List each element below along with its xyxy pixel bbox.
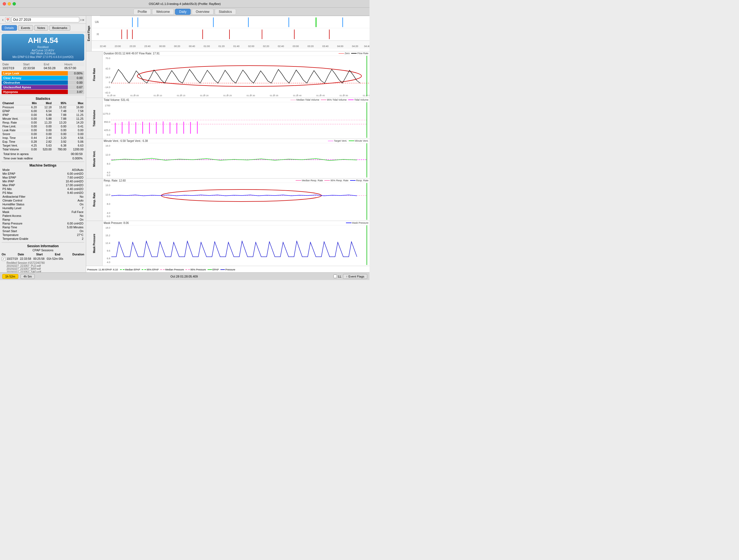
svg-rect-52 — [197, 122, 198, 134]
mask-pressure-header: Mask Pressure: 8.06 Mask Pressure — [103, 221, 370, 225]
titlebar: OSCAR v1.1.0-testing-4 (a8dc05c3) (Profi… — [0, 0, 370, 8]
machine-row-ps-max: PS Max9.40 cmH2O — [2, 191, 84, 195]
ll-checkbox-area: LL — [333, 274, 341, 278]
col-start: Start — [36, 253, 43, 256]
machine-row-min-epap: Min EPAP6.00 cmH2O — [2, 172, 84, 176]
target-vent-line — [328, 141, 333, 141]
svg-text:1275.0: 1275.0 — [103, 113, 110, 115]
nav-tab-welcome[interactable]: Welcome — [152, 9, 174, 15]
svg-text:8.0: 8.0 — [107, 162, 110, 165]
tidal-volume-legend: Median Tidal Volume 95% Tidal Volume Tid… — [290, 99, 368, 101]
col-date: Date — [18, 253, 24, 256]
minimize-button[interactable] — [8, 2, 11, 5]
nav-tab-statistics[interactable]: Statistics — [215, 9, 236, 15]
clear-airway-label: Clear Airway — [2, 76, 68, 80]
sub-tab-events[interactable]: Events — [18, 25, 33, 31]
svg-text:01:27:35: 01:27:35 — [270, 95, 278, 96]
pressure-legend-bar: Pressure: 11.80 EPAP: 6.10 Median EPAP 9… — [86, 266, 370, 272]
fullscreen-button[interactable] — [13, 2, 16, 5]
stats-col-95: 95% — [52, 101, 67, 105]
pct95-tidal-label: 95% Tidal Volume — [327, 99, 346, 101]
min-vent-line — [349, 141, 354, 141]
col-start: Start — [22, 62, 43, 66]
event-flags-toggle-btn[interactable]: ↑ Event Flags — [343, 274, 367, 279]
h-event-3 — [132, 29, 133, 39]
prev-date-button[interactable]: ‹ — [2, 17, 4, 22]
resp-rate-data-label: Resp. Rate — [356, 179, 368, 182]
session-2-btn[interactable]: 4h 5m — [20, 274, 35, 279]
ll-checkbox[interactable] — [333, 274, 337, 278]
next-date-button[interactable]: › — [81, 17, 82, 22]
nav-tab-overview[interactable]: Overview — [192, 9, 213, 15]
target-vent-legend: Target Vent. — [328, 140, 347, 142]
tick-2240: 22:40 — [100, 45, 106, 47]
clear-airway-value: 0.00 — [68, 76, 84, 80]
ua-event-4 — [248, 17, 249, 27]
time-over-leak: Time over leak redline 0.000% — [3, 157, 83, 160]
h-track — [100, 28, 370, 40]
total-apnea-value: 00:00:59 — [71, 152, 83, 156]
sub-tab-bookmarks[interactable]: Bookmarks — [49, 25, 70, 31]
session-1-end: 00:25:58 — [33, 257, 44, 260]
tick-0420: 04:20 — [352, 45, 358, 47]
svg-rect-50 — [183, 122, 184, 134]
session-col-headers: On Date Start End Duration — [2, 252, 84, 256]
session-1-checkbox[interactable]: ✓ — [2, 257, 5, 261]
h-event-7 — [294, 29, 295, 39]
ahi-settings: Min EPAP 6.0 Max IPAP 17.0 PS 4.4-9.4 (c… — [4, 55, 82, 58]
svg-text:-42.0: -42.0 — [105, 91, 110, 94]
pressure-line — [220, 269, 225, 270]
h-event-5 — [229, 29, 230, 39]
session-1-start: 22:33:58 — [20, 257, 31, 260]
svg-rect-47 — [163, 122, 164, 134]
machine-row-ramp-time: Ramp Time5.00 Minutes — [2, 225, 84, 229]
flow-rate-content: Duration 00:01:12 AHI 49.97 Flow Rate: 1… — [103, 51, 370, 98]
session-1-btn[interactable]: 1h 52m — [2, 274, 18, 279]
flow-rate-svg: 70.0 42.0 14.0 0 -14.0 -42.0 — [103, 56, 370, 96]
pct95-epap-legend: 95% EPAP — [142, 268, 159, 271]
pressure-legend: Pressure — [220, 268, 235, 271]
svg-text:01:27:40: 01:27:40 — [293, 95, 302, 96]
svg-text:01:27:20: 01:27:20 — [200, 95, 209, 96]
tick-0220: 02:20 — [263, 45, 269, 47]
nav-tabs: ProfileWelcomeDailyOverviewStatistics — [0, 8, 370, 16]
svg-rect-45 — [149, 123, 150, 134]
large-leak-value: 0.00% — [68, 71, 84, 75]
pct95-resp-line — [324, 180, 330, 181]
minute-vent-legend: Target Vent. Minute Vent. — [328, 140, 368, 142]
nav-tab-profile[interactable]: Profile — [134, 9, 151, 15]
epap-label: EPAP — [212, 268, 219, 271]
traffic-lights — [3, 2, 16, 5]
sub-tab-details[interactable]: Details — [2, 25, 17, 31]
h-row: H — [92, 28, 370, 40]
flow-rate-header: Duration 00:01:12 AHI 49.97 Flow Rate: 1… — [103, 51, 370, 56]
machine-settings-table: ModeASVAuto Min EPAP6.00 cmH2O Max EPAP7… — [2, 168, 84, 241]
date-input[interactable]: Oct 27 2019 — [11, 17, 79, 22]
pct95-pressure-legend: 95% Pressure — [185, 268, 206, 271]
svg-rect-40 — [115, 123, 116, 134]
stats-row-target-vent: Target Vent.4.255.636.386.63 — [2, 144, 84, 147]
svg-text:01:27:25: 01:27:25 — [223, 95, 232, 96]
mask-pressure-panel: Mask Pressure Mask Pressure: 8.06 Mask P… — [86, 221, 370, 266]
mask-pressure-label-text: Mask Pressure — [93, 234, 96, 253]
stats-row-snore: Snore0.000.000.000.00 — [2, 132, 84, 136]
chart-panels-container[interactable]: Flow Rate Duration 00:01:12 AHI 49.97 Fl… — [86, 51, 370, 272]
close-button[interactable] — [3, 2, 6, 5]
svg-text:16.0: 16.0 — [105, 184, 110, 187]
event-flags-label: Event Flags — [86, 16, 92, 51]
mask-pressure-legend: Mask Pressure — [346, 221, 368, 224]
last-date-button[interactable]: » — [82, 17, 84, 22]
pct95-resp-label: 95% Resp. Rate — [330, 179, 348, 182]
mask-pressure-svg: 18.0 15.2 12.4 9.6 6.8 4.0 — [103, 225, 370, 265]
svg-text:1700: 1700 — [105, 104, 110, 107]
sub-tab-notes[interactable]: Notes — [34, 25, 48, 31]
mask-pressure-data-legend: Mask Pressure — [346, 221, 368, 224]
machine-row-climate: Climate ControlAuto — [2, 198, 84, 202]
tidal-volume-content: Tidal Volume: 531.41 Median Tidal Volume… — [103, 98, 370, 139]
calendar-button[interactable]: 📅 — [5, 17, 10, 22]
obstructive-label: Obstructive — [2, 80, 68, 85]
nav-tab-daily[interactable]: Daily — [175, 9, 191, 15]
epap-line — [207, 269, 212, 270]
ua-track — [100, 16, 370, 28]
stats-row-tidal-volume: Tidal Volume0.00520.00780.001200.00 — [2, 147, 84, 151]
